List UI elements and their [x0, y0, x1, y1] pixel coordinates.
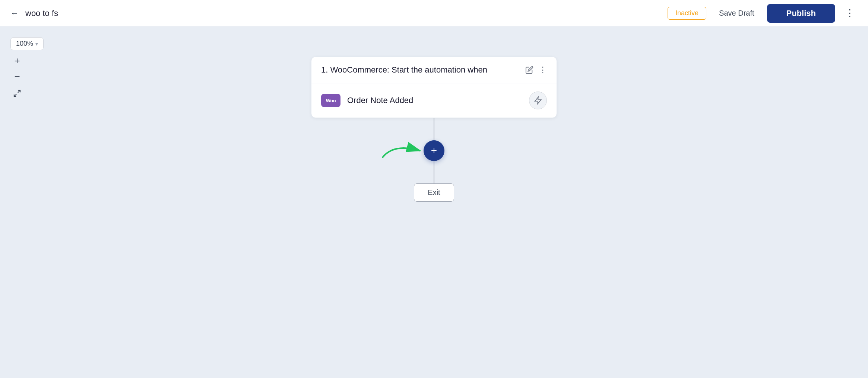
- app-header: ← woo to fs Inactive Save Draft Publish …: [0, 0, 868, 27]
- lightning-button[interactable]: [529, 92, 547, 109]
- svg-line-1: [14, 94, 16, 96]
- more-dots-icon: ⋮: [845, 7, 855, 19]
- zoom-in-button[interactable]: +: [10, 54, 24, 67]
- svg-marker-2: [535, 97, 541, 104]
- zoom-controls: 100% ▾ + −: [10, 37, 44, 100]
- trigger-title: 1. WooCommerce: Start the automation whe…: [321, 65, 487, 75]
- zoom-out-button[interactable]: −: [10, 70, 24, 83]
- woocommerce-logo: Woo: [321, 94, 340, 107]
- save-draft-button[interactable]: Save Draft: [713, 6, 760, 20]
- fullscreen-icon: [13, 89, 21, 97]
- chevron-down-icon: ▾: [35, 41, 38, 47]
- workflow-canvas: 100% ▾ + − 1. WooCommerce: Start the aut…: [0, 27, 868, 378]
- exit-node: Exit: [414, 183, 454, 202]
- workflow-title: woo to fs: [25, 9, 668, 18]
- trigger-card: 1. WooCommerce: Start the automation whe…: [311, 57, 557, 118]
- publish-button[interactable]: Publish: [767, 4, 835, 23]
- trigger-body: Woo Order Note Added: [311, 83, 557, 118]
- dots-icon: ⋮: [539, 65, 547, 75]
- flow-container: 1. WooCommerce: Start the automation whe…: [311, 57, 557, 202]
- guide-arrow-icon: [379, 140, 427, 162]
- header-actions: Inactive Save Draft Publish ⋮: [668, 4, 858, 23]
- connector-line-top: [434, 118, 434, 140]
- fullscreen-button[interactable]: [10, 87, 24, 100]
- zoom-value: 100%: [16, 40, 33, 48]
- trigger-header: 1. WooCommerce: Start the automation whe…: [311, 57, 557, 83]
- more-options-button[interactable]: ⋮: [842, 6, 858, 20]
- connector-line-bottom: [434, 161, 434, 183]
- back-arrow-icon: ←: [10, 9, 19, 18]
- svg-line-0: [18, 90, 20, 93]
- plus-icon: +: [431, 145, 437, 156]
- zoom-level-display[interactable]: 100% ▾: [10, 37, 44, 50]
- trigger-more-button[interactable]: ⋮: [539, 65, 547, 75]
- lightning-icon: [534, 96, 542, 105]
- add-step-container: +: [424, 140, 444, 161]
- status-badge[interactable]: Inactive: [668, 7, 706, 20]
- trigger-header-actions: ⋮: [525, 65, 547, 75]
- back-button[interactable]: ←: [10, 9, 19, 18]
- trigger-info: Woo Order Note Added: [321, 94, 413, 107]
- edit-icon: [525, 66, 533, 74]
- edit-trigger-button[interactable]: [525, 66, 533, 74]
- trigger-event-name: Order Note Added: [347, 96, 413, 105]
- add-step-button[interactable]: +: [424, 140, 444, 161]
